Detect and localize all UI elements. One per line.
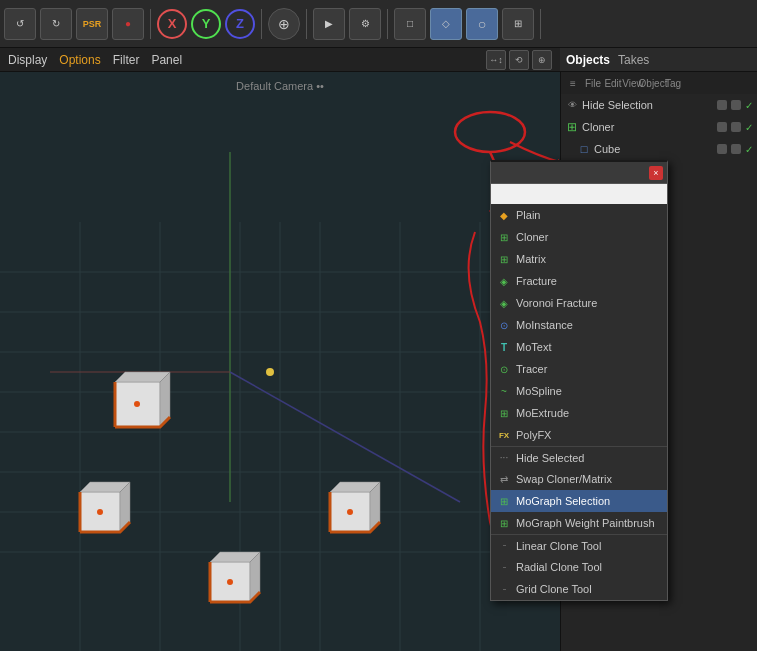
display-menu[interactable]: Display (8, 53, 47, 67)
z-axis-btn[interactable]: Z (225, 9, 255, 39)
tracer-icon: ⊙ (497, 362, 511, 376)
matrix-icon: ⊞ (497, 252, 511, 266)
dropdown-search-input[interactable] (491, 184, 667, 204)
grid-tool-btn[interactable]: ⊞ (502, 8, 534, 40)
motext-icon: T (497, 340, 511, 354)
plain-label: Plain (516, 209, 540, 221)
second-row: Display Options Filter Panel ↔↕ ⟲ ⊕ Obje… (0, 48, 757, 72)
mograph-weight-label: MoGraph Weight Paintbrush (516, 517, 655, 529)
cloner-btn2[interactable] (731, 122, 741, 132)
svg-point-33 (227, 579, 233, 585)
file-menu[interactable]: File (585, 75, 601, 91)
circle-tool-btn[interactable]: ○ (466, 8, 498, 40)
cube1 (115, 372, 170, 427)
svg-marker-24 (120, 482, 130, 532)
y-axis-btn[interactable]: Y (191, 9, 221, 39)
cube-label: Cube (594, 143, 714, 155)
cube-btn2[interactable] (731, 144, 741, 154)
panel-menu[interactable]: Panel (151, 53, 182, 67)
hamburger-icon[interactable]: ≡ (565, 75, 581, 91)
svg-marker-18 (115, 382, 160, 427)
record-btn[interactable]: ● (112, 8, 144, 40)
menu-mograph-weight[interactable]: ⊞ MoGraph Weight Paintbrush (491, 512, 667, 534)
voronoi-label: Voronoi Fracture (516, 297, 597, 309)
svg-marker-20 (160, 372, 170, 427)
menu-mograph-selection[interactable]: ⊞ MoGraph Selection (491, 490, 667, 512)
menu-hide-selected[interactable]: ··· Hide Selected (491, 446, 667, 468)
hide-selected-icon: ··· (497, 451, 511, 465)
cloner-menu-label: Cloner (516, 231, 548, 243)
eye-icon: 👁 (565, 98, 579, 112)
sep1 (150, 9, 151, 39)
viewport-nav-arrows[interactable]: ↔↕ (486, 50, 506, 70)
menu-voronoi[interactable]: ◈ Voronoi Fracture (491, 292, 667, 314)
viewport[interactable]: Default Camera •• .gl{stroke:#2a3a3e;str… (0, 72, 560, 651)
object-menu[interactable]: Object (645, 75, 661, 91)
menu-grid-clone[interactable]: ··· Grid Clone Tool (491, 578, 667, 600)
objects-panel-header: Objects Takes (560, 48, 757, 71)
cube-btn1[interactable] (717, 144, 727, 154)
swap-label: Swap Cloner/Matrix (516, 473, 612, 485)
grid-clone-icon: ··· (497, 582, 511, 596)
grid-clone-label: Grid Clone Tool (516, 583, 592, 595)
menu-moinstance[interactable]: ⊙ MoInstance (491, 314, 667, 336)
cloner-btn1[interactable] (717, 122, 727, 132)
menu-matrix[interactable]: ⊞ Matrix (491, 248, 667, 270)
cloner-item[interactable]: ⊞ Cloner ✓ (561, 116, 757, 138)
edit-menu[interactable]: Edit (605, 75, 621, 91)
close-button[interactable]: × (649, 166, 663, 180)
menu-radial-clone[interactable]: ··· Radial Clone Tool (491, 556, 667, 578)
box-tool-btn[interactable]: □ (394, 8, 426, 40)
cube-item[interactable]: □ Cube ✓ (561, 138, 757, 160)
menu-swap-cloner[interactable]: ⇄ Swap Cloner/Matrix (491, 468, 667, 490)
viewport-grid: .gl{stroke:#2a3a3e;stroke-width:1;} (0, 72, 560, 651)
menu-fracture[interactable]: ◈ Fracture (491, 270, 667, 292)
redo-btn[interactable]: ↻ (40, 8, 72, 40)
play-btn[interactable]: ▶ (313, 8, 345, 40)
takes-tab[interactable]: Takes (618, 53, 649, 67)
world-btn[interactable]: ⊕ (268, 8, 300, 40)
sep5 (540, 9, 541, 39)
diamond-tool-btn[interactable]: ◇ (430, 8, 462, 40)
polyfx-icon: FX (497, 428, 511, 442)
hide-selection-buttons: ✓ (717, 100, 753, 111)
x-axis-btn[interactable]: X (157, 9, 187, 39)
menu-moextrude[interactable]: ⊞ MoExtrude (491, 402, 667, 424)
menu-mospline[interactable]: ~ MoSpline (491, 380, 667, 402)
hide-selection-label: Hide Selection (582, 99, 714, 111)
radial-clone-icon: ··· (497, 560, 511, 574)
cloner-buttons: ✓ (717, 122, 753, 133)
filter-menu[interactable]: Filter (113, 53, 140, 67)
tag-menu[interactable]: Tag (665, 75, 681, 91)
menu-tracer[interactable]: ⊙ Tracer (491, 358, 667, 380)
cube-buttons: ✓ (717, 144, 753, 155)
objects-tab[interactable]: Objects (566, 53, 610, 67)
svg-marker-32 (250, 552, 260, 602)
menu-plain[interactable]: ◆ Plain (491, 204, 667, 226)
obj-btn1[interactable] (717, 100, 727, 110)
svg-marker-22 (80, 492, 120, 532)
top-toolbar: ↺ ↻ PSR ● X Y Z ⊕ ▶ ⚙ □ ◇ ○ ⊞ (0, 0, 757, 48)
menu-cloner[interactable]: ⊞ Cloner (491, 226, 667, 248)
svg-marker-27 (330, 482, 380, 492)
viewport-nav-rotate[interactable]: ⟲ (509, 50, 529, 70)
obj-btn2[interactable] (731, 100, 741, 110)
settings-btn[interactable]: ⚙ (349, 8, 381, 40)
viewport-camera-label: Default Camera •• (236, 80, 324, 92)
viewport-nav-zoom[interactable]: ⊕ (532, 50, 552, 70)
svg-point-25 (97, 509, 103, 515)
menu-motext[interactable]: T MoText (491, 336, 667, 358)
dropdown-menu: × ◆ Plain ⊞ Cloner ⊞ Matrix ◈ Fracture ◈… (490, 160, 668, 601)
options-menu[interactable]: Options (59, 53, 100, 67)
menu-linear-clone[interactable]: ··· Linear Clone Tool (491, 534, 667, 556)
cube2 (80, 482, 130, 532)
cube-check: ✓ (745, 144, 753, 155)
psr-btn[interactable]: PSR (76, 8, 108, 40)
viewport-menu: Display Options Filter Panel ↔↕ ⟲ ⊕ (0, 48, 560, 71)
hide-selection-item[interactable]: 👁 Hide Selection ✓ (561, 94, 757, 116)
menu-polyfx[interactable]: FX PolyFX (491, 424, 667, 446)
linear-clone-label: Linear Clone Tool (516, 540, 601, 552)
viewport-canvas: Default Camera •• .gl{stroke:#2a3a3e;str… (0, 72, 560, 651)
svg-marker-26 (330, 492, 370, 532)
undo-btn[interactable]: ↺ (4, 8, 36, 40)
